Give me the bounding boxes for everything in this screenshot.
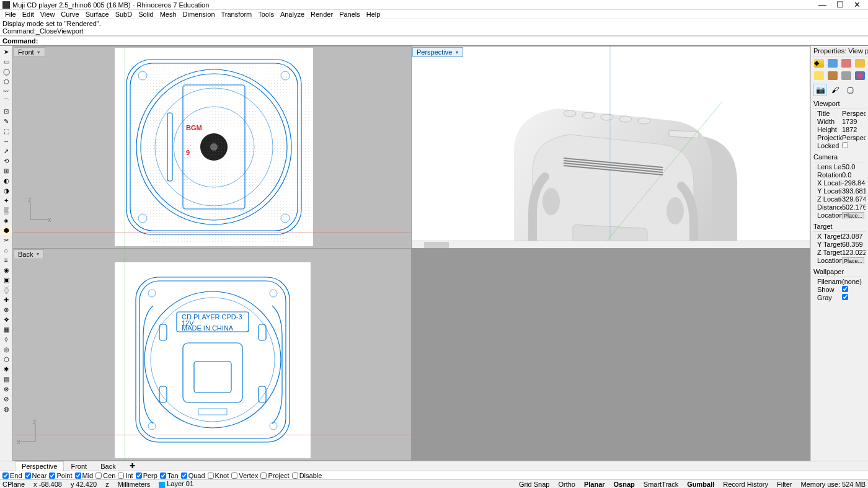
tool-pointer-icon[interactable]: ➤ [1,47,12,56]
menu-analyze[interactable]: Analyze [278,11,307,18]
osnap-point[interactable]: Point [49,472,72,479]
tool-icon[interactable]: ➚ [1,146,12,156]
properties-tab-camera-icon[interactable]: 📷 [813,84,827,96]
tool-icon[interactable]: ◈ [1,216,12,225]
status-layer[interactable]: Layer 01 [159,480,193,487]
prop-value[interactable]: 123.022 [842,249,866,256]
viewport-label-back[interactable]: Back [14,249,44,259]
menu-curve[interactable]: Curve [58,11,81,18]
tool-icon[interactable]: ❖ [1,315,12,324]
status-gridsnap[interactable]: Grid Snap [519,481,550,488]
prop-value[interactable]: -298.846 [842,179,866,187]
tool-icon[interactable]: ⬡ [1,355,12,364]
osnap-knot[interactable]: Knot [208,472,229,479]
sun-icon[interactable] [814,71,824,80]
gray-checkbox[interactable] [842,294,848,300]
tool-icon[interactable]: ≡ [1,255,12,265]
prop-value[interactable]: Perspective [842,110,866,117]
viewport-scrollbar[interactable] [412,241,810,248]
prop-value[interactable]: 1739 [842,118,866,125]
tool-icon[interactable]: ↔ [1,136,12,146]
tool-icon[interactable]: ✚ [1,295,12,304]
viewport-label-perspective[interactable]: Perspective [412,47,463,57]
maximize-button[interactable]: ☐ [836,2,844,8]
osnap-tan[interactable]: Tan [160,472,179,479]
status-units[interactable]: Millimeters [118,481,151,488]
viewport-label-front[interactable]: Front [14,47,45,57]
status-recordhistory[interactable]: Record History [723,481,768,488]
tab-perspective[interactable]: Perspective [15,461,64,471]
tab-front[interactable]: Front [64,461,94,471]
tool-icon[interactable]: ⊘ [1,394,12,404]
tool-icon[interactable]: ▦ [1,325,12,334]
tool-icon[interactable]: ⬠ [1,77,12,86]
tool-icon[interactable]: ▒ [1,206,12,215]
tool-icon[interactable]: ▭ [1,57,12,66]
prop-value[interactable]: 50.0 [842,163,866,171]
place-button[interactable]: Place... [842,212,864,219]
tool-icon[interactable]: ◊ [1,335,12,344]
status-planar[interactable]: Planar [584,481,605,488]
prop-value[interactable]: 329.674 [842,195,866,203]
tool-icon[interactable]: ◐ [1,176,12,185]
tool-icon[interactable]: ⬢ [1,226,12,235]
status-gumball[interactable]: Gumball [687,481,714,488]
command-prompt[interactable]: Command: [0,36,868,46]
prop-value[interactable]: 0.0 [842,171,866,179]
prop-value[interactable]: 502.176 [842,203,866,211]
properties-tab-edge-icon[interactable]: ▢ [843,84,857,96]
tool-icon[interactable]: ◉ [1,265,12,275]
osnap-near[interactable]: Near [25,472,47,479]
osnap-mid[interactable]: Mid [75,472,94,479]
osnap-end[interactable]: End [2,472,22,479]
show-checkbox[interactable] [842,286,848,292]
menu-subd[interactable]: SubD [113,11,135,18]
tool-icon[interactable]: ⊞ [1,166,12,175]
tool-icon[interactable]: ◯ [1,67,12,76]
status-ortho[interactable]: Ortho [558,481,575,488]
menu-render[interactable]: Render [308,11,335,18]
status-filter[interactable]: Filter [777,481,792,488]
prop-value[interactable]: 1872 [842,126,866,133]
circle-icon[interactable] [855,71,865,80]
tool-icon[interactable]: ⌂ [1,246,12,255]
menu-solid[interactable]: Solid [136,11,156,18]
tool-icon[interactable]: ░ [1,285,12,295]
menu-edit[interactable]: Edit [20,11,37,18]
place-button[interactable]: Place... [842,257,864,264]
minimize-button[interactable]: — [818,2,826,8]
status-osnap[interactable]: Osnap [614,481,635,488]
tool-icon[interactable]: ▤ [1,375,12,384]
menu-panels[interactable]: Panels [337,11,363,18]
viewport-front[interactable]: Front [13,47,411,248]
material-icon[interactable] [841,59,851,68]
tool-icon[interactable]: ⌒ [1,97,12,106]
tool-icon[interactable]: ⟲ [1,156,12,166]
status-smarttrack[interactable]: SmartTrack [644,481,678,488]
tool-icon[interactable]: ▣ [1,275,12,285]
prop-value[interactable]: 23.087 [842,233,866,240]
properties-tab-material-icon[interactable]: 🖌 [828,84,842,96]
tool-icon[interactable]: ⊗ [1,384,12,394]
prop-value[interactable]: 393.681 [842,187,866,195]
tool-icon[interactable]: ◎ [1,345,12,354]
tool-icon[interactable]: ✂ [1,236,12,245]
lib-icon[interactable] [828,71,838,80]
menu-mesh[interactable]: Mesh [157,11,179,18]
render-icon[interactable] [828,59,838,68]
prop-value[interactable]: Perspecti... [842,134,866,141]
close-button[interactable]: ✕ [854,2,861,8]
tab-add[interactable]: ✚ [123,461,142,471]
locked-checkbox[interactable] [842,142,848,148]
menu-help[interactable]: Help [364,11,383,18]
tool-icon[interactable]: ✦ [1,196,12,205]
tab-back[interactable]: Back [94,461,122,471]
prop-value[interactable]: 68.359 [842,241,866,248]
menu-tools[interactable]: Tools [255,11,277,18]
tool-icon[interactable]: ◑ [1,186,12,195]
tool-icon[interactable]: ✱ [1,365,12,374]
tool-icon[interactable]: ✎ [1,117,12,126]
menu-dimension[interactable]: Dimension [180,11,218,18]
viewport-back[interactable]: Back [13,249,411,460]
tool-icon[interactable]: ⬚ [1,126,12,136]
